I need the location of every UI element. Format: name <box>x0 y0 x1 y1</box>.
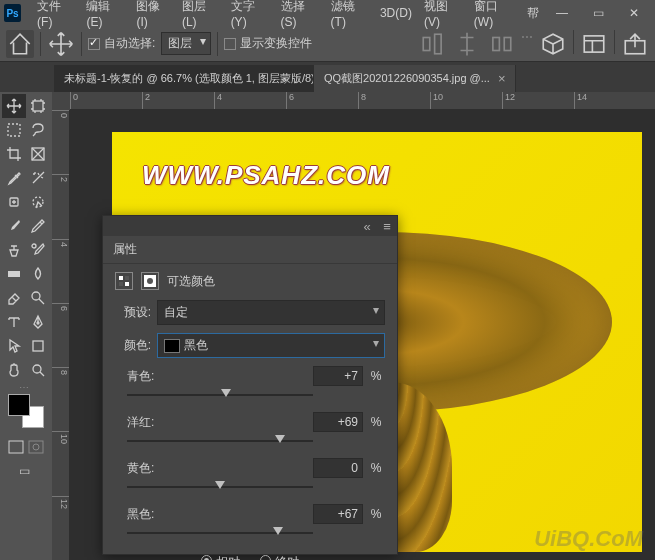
path-select-tool[interactable] <box>2 334 26 358</box>
ruler-origin[interactable] <box>52 92 70 110</box>
zoom-tool[interactable] <box>26 358 50 382</box>
menu-file[interactable]: 文件(F) <box>31 0 80 33</box>
menu-type[interactable]: 文字(Y) <box>225 0 275 33</box>
yellow-slider: 黄色: 0 % <box>115 458 385 494</box>
history-brush-tool[interactable] <box>26 238 50 262</box>
menu-layer[interactable]: 图层(L) <box>176 0 225 33</box>
svg-rect-15 <box>33 341 43 351</box>
svg-rect-18 <box>29 441 43 453</box>
close-button[interactable]: ✕ <box>617 2 651 24</box>
menu-select[interactable]: 选择(S) <box>275 0 325 33</box>
hand-tool[interactable] <box>2 358 26 382</box>
percent-label: % <box>367 369 385 383</box>
titlebar: Ps 文件(F) 编辑(E) 图像(I) 图层(L) 文字(Y) 选择(S) 滤… <box>0 0 655 26</box>
collapse-icon[interactable]: « <box>357 219 377 234</box>
artboard-tool[interactable] <box>26 94 50 118</box>
slider-value[interactable]: +69 <box>313 412 363 432</box>
slider-label: 洋红: <box>115 414 154 431</box>
share-icon[interactable] <box>621 30 649 58</box>
svg-rect-2 <box>493 37 500 50</box>
eyedropper-tool[interactable] <box>2 166 26 190</box>
menu-view[interactable]: 视图(V) <box>418 0 468 33</box>
crop-tool[interactable] <box>2 142 26 166</box>
align-icon-3[interactable] <box>487 30 515 58</box>
svg-rect-22 <box>119 282 123 286</box>
quickmask-mode[interactable] <box>26 436 46 458</box>
align-icon-1[interactable] <box>419 30 447 58</box>
menu-filter[interactable]: 滤镜(T) <box>325 0 374 33</box>
quick-select-tool[interactable] <box>26 190 50 214</box>
slider-value[interactable]: 0 <box>313 458 363 478</box>
brush-tool[interactable] <box>2 214 26 238</box>
slider-value[interactable]: +67 <box>313 504 363 524</box>
mask-icon[interactable] <box>141 272 159 290</box>
pencil-tool[interactable] <box>26 214 50 238</box>
slider-track[interactable] <box>127 480 313 494</box>
percent-label: % <box>367 415 385 429</box>
dodge-tool[interactable] <box>26 286 50 310</box>
preset-dropdown[interactable]: 自定 <box>157 300 385 325</box>
svg-rect-1 <box>435 34 442 54</box>
svg-point-16 <box>33 365 41 373</box>
screenmode-button[interactable]: ▭ <box>2 460 46 482</box>
color-dropdown[interactable]: 黑色 <box>157 333 385 358</box>
frame-tool[interactable] <box>26 142 50 166</box>
ruler-vertical[interactable]: 024681012 <box>52 110 70 560</box>
tab-title: QQ截图20201226090354.jpg @... <box>324 71 490 86</box>
minimize-button[interactable]: — <box>545 2 579 24</box>
type-tool[interactable] <box>2 310 26 334</box>
slider-track[interactable] <box>127 388 313 402</box>
document-tab-1[interactable]: 未标题-1-恢复的 @ 66.7% (选取颜色 1, 图层蒙版/8) * × <box>54 65 314 92</box>
menu-help[interactable]: 帮 <box>521 1 545 26</box>
window-controls: — ▭ ✕ <box>545 2 651 24</box>
color-swatches[interactable] <box>6 392 46 430</box>
svg-rect-20 <box>119 276 123 280</box>
pen-tool[interactable] <box>26 310 50 334</box>
clone-tool[interactable] <box>2 238 26 262</box>
slider-track[interactable] <box>127 526 313 540</box>
svg-rect-3 <box>504 37 511 50</box>
magic-wand-tool[interactable] <box>26 166 50 190</box>
svg-rect-21 <box>125 276 129 280</box>
gradient-tool[interactable] <box>2 262 26 286</box>
eraser-tool[interactable] <box>2 286 26 310</box>
color-label: 颜色: <box>115 337 151 354</box>
panel-body: 可选颜色 预设: 自定 颜色: 黑色 青色: +7 % 洋红: + <box>103 264 397 560</box>
healing-tool[interactable] <box>2 190 26 214</box>
relative-radio[interactable]: 相对 <box>201 554 240 560</box>
home-icon[interactable] <box>6 30 34 58</box>
tab-bar: 未标题-1-恢复的 @ 66.7% (选取颜色 1, 图层蒙版/8) * × Q… <box>0 62 655 92</box>
slider-label: 黄色: <box>115 460 154 477</box>
marquee-tool[interactable] <box>2 118 26 142</box>
document-tab-2[interactable]: QQ截图20201226090354.jpg @... × <box>314 65 516 92</box>
slider-value[interactable]: +7 <box>313 366 363 386</box>
blur-tool[interactable] <box>26 262 50 286</box>
panel-header[interactable]: « ≡ <box>103 216 397 236</box>
svg-point-19 <box>33 444 39 450</box>
move-tool[interactable] <box>2 94 26 118</box>
panel-tab[interactable]: 属性 <box>103 236 397 264</box>
menu-image[interactable]: 图像(I) <box>130 0 176 33</box>
shape-tool[interactable] <box>26 334 50 358</box>
menu-window[interactable]: 窗口(W) <box>468 0 521 33</box>
standard-mode[interactable] <box>6 436 26 458</box>
menu-3d[interactable]: 3D(D) <box>374 2 418 24</box>
workspace-icon[interactable] <box>580 30 608 58</box>
ruler-horizontal[interactable]: 02468101214 <box>70 92 655 110</box>
foreground-color[interactable] <box>8 394 30 416</box>
auto-select-checkbox[interactable]: 自动选择: <box>88 35 155 52</box>
absolute-radio[interactable]: 绝对 <box>260 554 299 560</box>
align-icon-2[interactable] <box>453 30 481 58</box>
transform-checkbox[interactable]: 显示变换控件 <box>224 35 312 52</box>
percent-label: % <box>367 461 385 475</box>
canvas-text: WWW.PSAHZ.COM <box>142 160 390 191</box>
close-icon[interactable]: × <box>498 71 506 86</box>
slider-track[interactable] <box>127 434 313 448</box>
move-tool-icon[interactable]: ▾ <box>47 30 75 58</box>
panel-menu-icon[interactable]: ≡ <box>377 219 397 234</box>
lasso-tool[interactable] <box>26 118 50 142</box>
auto-select-dropdown[interactable]: 图层 <box>161 32 211 55</box>
3d-mode-icon[interactable] <box>539 30 567 58</box>
menu-edit[interactable]: 编辑(E) <box>80 0 130 33</box>
maximize-button[interactable]: ▭ <box>581 2 615 24</box>
